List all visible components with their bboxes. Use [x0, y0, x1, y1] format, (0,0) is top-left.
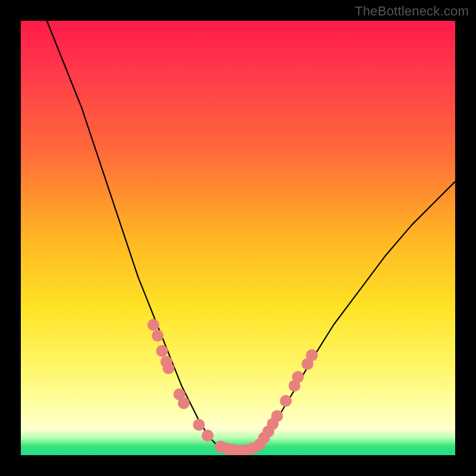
dots-layer	[148, 319, 318, 455]
data-point	[280, 395, 292, 407]
data-point	[193, 419, 205, 431]
outer-frame: TheBottleneck.com	[0, 0, 476, 476]
data-point	[178, 397, 190, 409]
data-point	[271, 410, 283, 422]
bottleneck-curve	[47, 21, 455, 451]
data-point	[292, 371, 304, 383]
attribution-text: TheBottleneck.com	[355, 4, 469, 19]
curve-layer	[47, 21, 455, 451]
data-point	[156, 345, 168, 357]
data-point	[152, 330, 164, 342]
plot-area	[21, 21, 455, 455]
data-point	[148, 319, 159, 331]
data-point	[202, 430, 214, 441]
data-point	[162, 362, 174, 374]
chart-svg	[21, 21, 455, 455]
data-point	[306, 349, 318, 361]
